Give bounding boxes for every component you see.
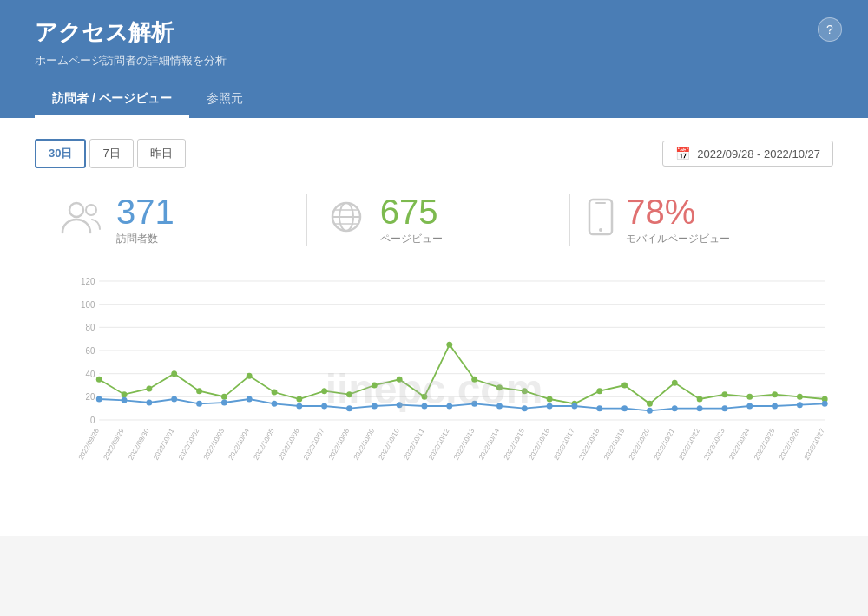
chart-area: iinepc.com 0204060801001202022/09/282022… [35,272,833,515]
svg-point-49 [772,391,778,397]
svg-text:2022/10/17: 2022/10/17 [552,427,575,461]
svg-point-81 [822,401,828,407]
svg-point-45 [672,380,678,386]
svg-text:2022/10/08: 2022/10/08 [327,427,352,462]
svg-text:2022/09/28: 2022/09/28 [77,427,102,462]
svg-point-26 [196,388,202,394]
svg-text:2022/10/05: 2022/10/05 [252,427,276,462]
svg-text:2022/10/18: 2022/10/18 [577,427,602,462]
svg-text:0: 0 [90,416,95,425]
svg-point-24 [146,386,152,392]
svg-point-71 [572,403,578,410]
svg-point-56 [196,401,202,407]
svg-text:2022/10/11: 2022/10/11 [402,427,426,462]
tab-bar: 訪問者 / ページビュー 参照元 [35,82,833,118]
svg-text:40: 40 [85,370,95,379]
line-chart: 0204060801001202022/09/282022/09/292022/… [69,272,833,463]
stat-pageviews: 675 ページビュー [307,194,570,246]
svg-point-29 [272,390,278,396]
svg-point-46 [697,396,703,403]
visitors-icon [61,200,104,242]
svg-text:2022/10/25: 2022/10/25 [753,427,777,462]
svg-text:2022/10/13: 2022/10/13 [452,427,477,462]
svg-point-25 [171,370,177,377]
svg-point-76 [697,405,703,411]
svg-point-53 [122,397,128,403]
svg-point-34 [397,377,403,383]
svg-point-64 [397,402,403,408]
svg-point-31 [321,388,327,394]
tab-visitors-pageviews[interactable]: 訪問者 / ページビュー [35,82,189,118]
svg-point-60 [296,403,302,410]
svg-text:2022/10/26: 2022/10/26 [778,427,802,462]
svg-text:2022/10/01: 2022/10/01 [152,427,176,462]
svg-point-68 [496,403,503,410]
svg-point-48 [746,394,753,400]
svg-point-22 [96,377,102,383]
svg-point-80 [797,402,803,408]
svg-text:2022/10/04: 2022/10/04 [227,427,252,462]
svg-text:2022/10/22: 2022/10/22 [678,427,701,461]
svg-text:2022/10/21: 2022/10/21 [653,427,677,462]
svg-text:2022/10/10: 2022/10/10 [378,427,402,462]
help-button[interactable]: ? [818,17,842,42]
svg-point-43 [621,383,628,389]
svg-point-79 [772,403,778,410]
svg-text:20: 20 [85,392,95,402]
svg-point-67 [471,401,477,407]
mobile-number: 78% [626,194,730,229]
svg-point-6 [599,228,602,232]
svg-text:2022/10/24: 2022/10/24 [727,427,752,462]
svg-text:2022/10/06: 2022/10/06 [277,427,301,462]
pageviews-number: 675 [380,194,443,229]
stats-row: 371 訪問者数 675 ページビュー [35,194,833,246]
svg-text:60: 60 [85,346,95,356]
period-30d[interactable]: 30日 [35,139,86,168]
tab-referrer[interactable]: 参照元 [189,82,260,118]
svg-text:2022/10/16: 2022/10/16 [528,427,552,462]
svg-point-78 [746,403,753,410]
svg-point-77 [721,405,727,411]
svg-point-40 [547,396,553,403]
svg-text:120: 120 [81,277,95,286]
svg-point-1 [86,205,96,215]
svg-point-52 [96,396,102,403]
page-subtitle: ホームページ訪問者の詳細情報を分析 [35,53,833,69]
svg-point-54 [146,400,152,406]
date-range-value: 2022/09/28 - 2022/10/27 [697,147,820,161]
mobile-label: モバイルページビュー [626,232,730,246]
page-title: アクセス解析 [35,17,833,48]
svg-text:80: 80 [85,323,95,332]
calendar-icon: 📅 [675,147,690,161]
visitors-label: 訪問者数 [116,232,174,246]
svg-point-70 [547,403,553,410]
svg-text:2022/10/02: 2022/10/02 [177,427,201,461]
svg-point-65 [422,403,428,410]
svg-point-38 [496,384,503,390]
period-7d[interactable]: 7日 [89,139,133,168]
svg-text:2022/10/19: 2022/10/19 [602,427,627,462]
svg-point-59 [272,401,278,407]
stat-visitors: 371 訪問者数 [35,194,306,246]
stat-mobile: 78% モバイルページビュー [570,194,833,246]
pageviews-label: ページビュー [380,232,443,246]
date-range-picker[interactable]: 📅 2022/09/28 - 2022/10/27 [662,141,833,167]
svg-point-55 [171,396,177,403]
svg-point-35 [422,394,428,400]
svg-point-72 [596,405,602,411]
svg-text:2022/10/27: 2022/10/27 [803,427,826,461]
svg-point-75 [672,405,678,411]
svg-text:2022/10/20: 2022/10/20 [628,427,652,462]
period-buttons: 30日 7日 昨日 [35,139,186,168]
svg-point-44 [647,401,653,407]
period-yesterday[interactable]: 昨日 [137,139,186,168]
svg-point-33 [372,383,378,389]
pageviews-icon [325,200,368,242]
svg-point-63 [372,403,378,410]
svg-point-66 [446,403,452,410]
svg-point-69 [522,405,528,411]
svg-text:2022/09/29: 2022/09/29 [102,427,126,462]
svg-text:2022/10/14: 2022/10/14 [477,427,502,462]
svg-point-30 [296,396,302,403]
svg-text:2022/10/23: 2022/10/23 [702,427,727,462]
